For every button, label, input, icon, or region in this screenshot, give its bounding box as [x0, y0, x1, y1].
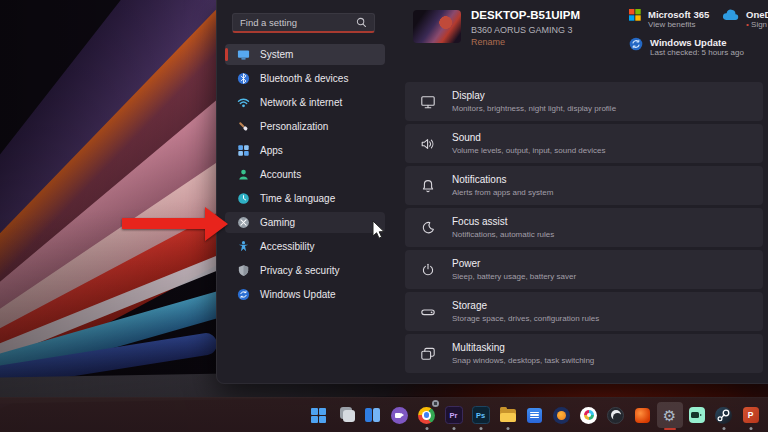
screen-recorder-icon[interactable]	[683, 398, 710, 432]
orange-circle-app-icon[interactable]	[548, 398, 575, 432]
windows-update-icon	[237, 288, 250, 301]
sidebar-item-label: Bluetooth & devices	[260, 73, 348, 84]
notifications-icon	[419, 177, 436, 194]
device-model: B360 AORUS GAMING 3	[471, 25, 573, 35]
personalization-icon	[237, 120, 250, 133]
sidebar-item-apps[interactable]: Apps	[225, 140, 385, 161]
widgets-panes-icon[interactable]	[359, 398, 386, 432]
apps-icon	[237, 144, 250, 157]
sidebar-item-label: Accounts	[260, 169, 301, 180]
sidebar-item-privacy-security[interactable]: Privacy & security	[225, 260, 385, 281]
card-title: Windows Update	[650, 37, 744, 48]
time-language-icon	[237, 192, 250, 205]
network-icon	[237, 96, 250, 109]
rename-link[interactable]: Rename	[471, 37, 505, 47]
microsoft-logo-icon	[629, 9, 641, 21]
row-title: Sound	[452, 132, 605, 144]
steam-icon[interactable]	[710, 398, 737, 432]
onedrive-card[interactable]: OneDrive • Sign in	[722, 9, 768, 30]
red-arrow-annotation	[115, 200, 235, 250]
sidebar-item-label: Time & language	[260, 193, 335, 204]
device-thumbnail	[413, 10, 461, 43]
settings-gear-icon[interactable]: ⚙	[656, 398, 683, 432]
accounts-icon	[237, 168, 250, 181]
multitasking-icon	[419, 345, 436, 362]
card-title: OneDrive	[746, 9, 768, 20]
display-icon	[419, 93, 436, 110]
selected-accent-pill	[225, 48, 228, 61]
row-display[interactable]: Display Monitors, brightness, night ligh…	[405, 82, 763, 121]
signin-alert-dot: •	[746, 20, 749, 29]
sidebar-item-system[interactable]: System	[225, 44, 385, 65]
gaming-icon	[237, 216, 250, 229]
sidebar-item-label: Windows Update	[260, 289, 336, 300]
powerpoint-icon[interactable]: P	[737, 398, 764, 432]
meet-icon[interactable]	[386, 398, 413, 432]
steam-glyph	[715, 407, 732, 424]
slack-icon[interactable]	[575, 398, 602, 432]
sidebar-item-windows-update[interactable]: Windows Update	[225, 284, 385, 305]
sidebar-item-time-language[interactable]: Time & language	[225, 188, 385, 209]
taskbar-icons: Pr Ps ⚙ P	[305, 398, 768, 432]
notes-app-icon[interactable]	[521, 398, 548, 432]
sound-icon	[419, 135, 436, 152]
sidebar-item-accounts[interactable]: Accounts	[225, 164, 385, 185]
office-icon[interactable]	[629, 398, 656, 432]
windows-update-status-icon	[629, 37, 643, 51]
privacy-shield-icon	[237, 264, 250, 277]
sidebar-item-personalization[interactable]: Personalization	[225, 116, 385, 137]
row-storage[interactable]: Storage Storage space, drives, configura…	[405, 292, 763, 331]
sidebar-item-accessibility[interactable]: Accessibility	[225, 236, 385, 257]
device-name: DESKTOP-B51UIPM	[471, 9, 580, 21]
storage-icon	[419, 303, 436, 320]
premiere-pro-icon[interactable]: Pr	[440, 398, 467, 432]
row-subtitle: Snap windows, desktops, task switching	[452, 356, 594, 366]
sidebar-item-label: Accessibility	[260, 241, 314, 252]
sidebar-nav: System Bluetooth & devices Network & int…	[225, 44, 385, 308]
sidebar-item-network-internet[interactable]: Network & internet	[225, 92, 385, 113]
windows-update-card[interactable]: Windows Update Last checked: 5 hours ago	[629, 37, 744, 58]
chrome-icon[interactable]	[413, 398, 440, 432]
row-subtitle: Storage space, drives, configuration rul…	[452, 314, 599, 324]
row-subtitle: Sleep, battery usage, battery saver	[452, 272, 576, 282]
sidebar-item-label: System	[260, 49, 293, 60]
row-title: Multitasking	[452, 342, 594, 354]
task-view-icon[interactable]	[332, 398, 359, 432]
desktop: Find a setting System	[0, 0, 768, 432]
row-subtitle: Monitors, brightness, night light, displ…	[452, 104, 616, 114]
row-subtitle: Alerts from apps and system	[452, 188, 553, 198]
row-power[interactable]: Power Sleep, battery usage, battery save…	[405, 250, 763, 289]
obs-studio-icon[interactable]	[602, 398, 629, 432]
settings-main-pane: DESKTOP-B51UIPM B360 AORUS GAMING 3 Rena…	[401, 0, 768, 383]
row-title: Notifications	[452, 174, 553, 186]
row-multitasking[interactable]: Multitasking Snap windows, desktops, tas…	[405, 334, 763, 373]
row-subtitle: Volume levels, output, input, sound devi…	[452, 146, 605, 156]
sidebar-item-bluetooth-devices[interactable]: Bluetooth & devices	[225, 68, 385, 89]
sidebar-item-label: Apps	[260, 145, 283, 156]
search-input[interactable]: Find a setting	[232, 13, 375, 33]
settings-rows: Display Monitors, brightness, night ligh…	[405, 82, 763, 373]
microsoft-365-card[interactable]: Microsoft 365 View benefits	[629, 9, 709, 30]
overflow-app-icon[interactable]	[764, 398, 768, 432]
card-title: Microsoft 365	[648, 9, 709, 20]
row-focus-assist[interactable]: Focus assist Notifications, automatic ru…	[405, 208, 763, 247]
row-subtitle: Notifications, automatic rules	[452, 230, 554, 240]
system-icon	[237, 48, 250, 61]
row-notifications[interactable]: Notifications Alerts from apps and syste…	[405, 166, 763, 205]
sidebar-item-label: Privacy & security	[260, 265, 339, 276]
signin-label: Sign in	[751, 20, 768, 29]
sidebar-item-label: Gaming	[260, 217, 295, 228]
card-subtitle: • Sign in	[746, 20, 768, 30]
onedrive-cloud-icon	[722, 9, 739, 21]
mouse-cursor	[372, 220, 386, 240]
file-explorer-icon[interactable]	[494, 398, 521, 432]
settings-sidebar: Find a setting System	[217, 0, 401, 383]
row-sound[interactable]: Sound Volume levels, output, input, soun…	[405, 124, 763, 163]
photoshop-icon[interactable]: Ps	[467, 398, 494, 432]
row-title: Storage	[452, 300, 599, 312]
bluetooth-icon	[237, 72, 250, 85]
settings-window: Find a setting System	[216, 0, 768, 384]
power-icon	[419, 261, 436, 278]
sidebar-item-gaming[interactable]: Gaming	[225, 212, 385, 233]
start-icon[interactable]	[305, 398, 332, 432]
